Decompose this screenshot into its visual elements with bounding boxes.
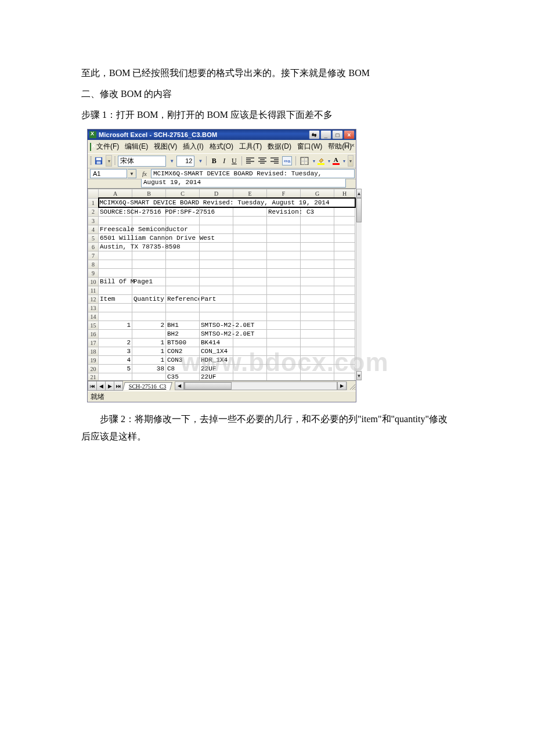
cell[interactable] bbox=[267, 312, 301, 321]
mdi-restore-icon[interactable]: ❐ bbox=[344, 142, 349, 149]
cell[interactable] bbox=[301, 251, 334, 260]
cell[interactable] bbox=[267, 243, 301, 251]
scroll-thumb[interactable] bbox=[185, 382, 231, 390]
cell[interactable]: C35 bbox=[166, 373, 200, 381]
cell[interactable] bbox=[301, 365, 334, 373]
borders-button[interactable] bbox=[300, 155, 309, 167]
column-header[interactable]: B bbox=[132, 189, 166, 199]
cell[interactable] bbox=[267, 295, 301, 304]
tab-nav-prev-icon[interactable]: ◀ bbox=[96, 381, 106, 391]
maximize-button[interactable]: □ bbox=[332, 130, 343, 139]
cell[interactable] bbox=[301, 347, 334, 356]
bold-button[interactable]: B bbox=[210, 157, 218, 165]
select-all-corner[interactable] bbox=[88, 189, 99, 199]
row-header[interactable]: 21 bbox=[88, 373, 99, 381]
cell[interactable] bbox=[132, 286, 166, 295]
cell[interactable] bbox=[301, 286, 334, 295]
cell[interactable] bbox=[166, 304, 200, 312]
cell[interactable] bbox=[334, 365, 355, 373]
row-header[interactable]: 8 bbox=[88, 260, 99, 269]
cell[interactable] bbox=[334, 347, 355, 356]
cell[interactable]: Item bbox=[99, 295, 132, 304]
cell[interactable]: Reference bbox=[166, 295, 200, 304]
cell[interactable] bbox=[233, 312, 267, 321]
cell[interactable] bbox=[132, 304, 166, 312]
cell[interactable]: 22UF bbox=[200, 365, 233, 373]
cell[interactable]: Freescale Semiconductor bbox=[99, 225, 132, 234]
cell[interactable] bbox=[267, 260, 301, 269]
column-header[interactable]: F bbox=[267, 189, 301, 199]
align-center-button[interactable] bbox=[258, 155, 268, 167]
cell[interactable] bbox=[334, 304, 355, 312]
cell[interactable] bbox=[132, 217, 166, 225]
cell[interactable] bbox=[334, 251, 355, 260]
cell[interactable] bbox=[233, 243, 267, 251]
cell[interactable] bbox=[99, 269, 132, 278]
cell[interactable] bbox=[267, 330, 301, 339]
cell[interactable]: Bill Of M bbox=[99, 278, 132, 286]
toolbar-overflow-icon[interactable]: ▾ bbox=[348, 155, 353, 167]
cell[interactable] bbox=[334, 286, 355, 295]
row-header[interactable]: 7 bbox=[88, 251, 99, 260]
cell[interactable]: SOURCE:SCH-27516 PDF:SPF-27516 bbox=[99, 207, 132, 217]
mdi-minimize-icon[interactable]: _ bbox=[338, 142, 341, 149]
row-header[interactable]: 2 bbox=[88, 207, 99, 217]
cell[interactable] bbox=[132, 251, 166, 260]
cell[interactable]: 6501 William Cannon Drive West bbox=[99, 234, 132, 243]
menu-view[interactable]: 视图(V) bbox=[151, 141, 180, 152]
toolbar-grip[interactable] bbox=[114, 156, 116, 165]
cell[interactable] bbox=[267, 225, 301, 234]
cell[interactable] bbox=[301, 278, 334, 286]
cell[interactable] bbox=[233, 251, 267, 260]
align-left-button[interactable] bbox=[246, 155, 255, 167]
cell[interactable] bbox=[200, 225, 233, 234]
cell[interactable]: CON3 bbox=[166, 356, 200, 365]
formula-input-line2[interactable]: August 19, 2014 bbox=[141, 179, 346, 188]
font-color-button[interactable]: A bbox=[333, 157, 340, 165]
cell[interactable] bbox=[334, 243, 355, 251]
cell[interactable] bbox=[200, 278, 233, 286]
cell[interactable] bbox=[233, 269, 267, 278]
cell[interactable] bbox=[200, 260, 233, 269]
cell[interactable]: BT500 bbox=[166, 339, 200, 347]
cell[interactable] bbox=[301, 339, 334, 347]
cell[interactable] bbox=[334, 217, 355, 225]
cell[interactable]: BK414 bbox=[200, 339, 233, 347]
cell[interactable] bbox=[99, 304, 132, 312]
name-box-dropdown[interactable]: ▼ bbox=[128, 169, 136, 178]
vertical-scrollbar[interactable]: ▲ ▼ bbox=[356, 189, 362, 380]
cell[interactable]: 2 bbox=[99, 339, 132, 347]
close-button[interactable]: × bbox=[344, 130, 355, 139]
column-header[interactable]: C bbox=[166, 189, 200, 199]
cell[interactable] bbox=[166, 269, 200, 278]
cell[interactable]: HDR_1X4 bbox=[200, 356, 233, 365]
row-header[interactable]: 16 bbox=[88, 330, 99, 339]
row-header[interactable]: 17 bbox=[88, 339, 99, 347]
cell[interactable] bbox=[267, 217, 301, 225]
cell[interactable]: 3 bbox=[99, 347, 132, 356]
cell[interactable] bbox=[301, 356, 334, 365]
mdi-close-icon[interactable]: × bbox=[351, 142, 355, 149]
row-header[interactable]: 6 bbox=[88, 243, 99, 251]
menu-format[interactable]: 格式(O) bbox=[207, 141, 236, 152]
chevron-down-icon[interactable]: ▾ bbox=[313, 159, 315, 164]
cell[interactable] bbox=[334, 321, 355, 330]
cell[interactable] bbox=[267, 234, 301, 243]
cell[interactable] bbox=[132, 260, 166, 269]
cell[interactable] bbox=[334, 373, 355, 381]
row-header[interactable]: 10 bbox=[88, 278, 99, 286]
cell[interactable] bbox=[233, 365, 267, 373]
cell[interactable] bbox=[301, 269, 334, 278]
row-header[interactable]: 3 bbox=[88, 217, 99, 225]
menu-tools[interactable]: 工具(T) bbox=[236, 141, 265, 152]
cell[interactable] bbox=[334, 312, 355, 321]
row-header[interactable]: 19 bbox=[88, 356, 99, 365]
row-header[interactable]: 12 bbox=[88, 295, 99, 304]
cell[interactable] bbox=[334, 225, 355, 234]
cell[interactable] bbox=[267, 356, 301, 365]
cell[interactable]: 1 bbox=[132, 339, 166, 347]
column-header[interactable]: A bbox=[99, 189, 132, 199]
cell[interactable] bbox=[166, 278, 200, 286]
toolbar-grip[interactable] bbox=[90, 156, 92, 165]
scroll-right-icon[interactable]: ▶ bbox=[337, 381, 347, 390]
